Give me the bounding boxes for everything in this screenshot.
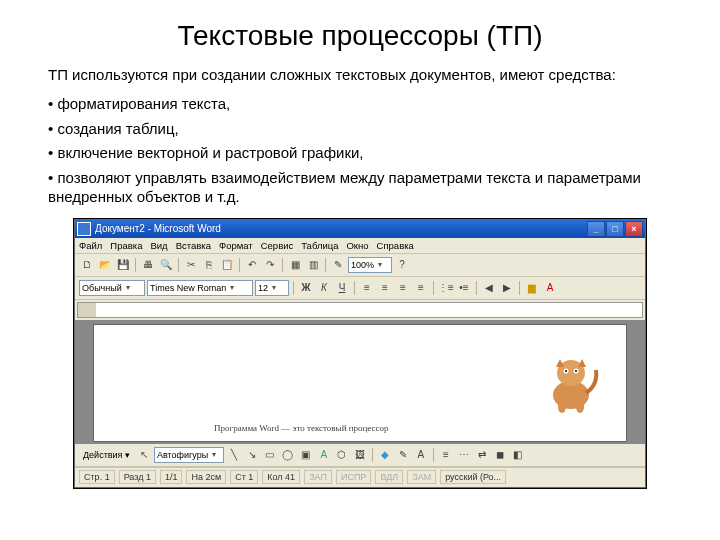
drawing-toolbar: Действия ▾ ↖ Автофигуры ╲ ↘ ▭ ◯ ▣ A ⬡ 🖼 … xyxy=(75,444,645,467)
underline-icon[interactable]: Ч xyxy=(334,280,350,296)
document-text: Программа Word — это текстовый процессор xyxy=(214,423,389,433)
new-icon[interactable]: 🗋 xyxy=(79,257,95,273)
bold-icon[interactable]: Ж xyxy=(298,280,314,296)
status-ln: Ст 1 xyxy=(230,470,258,484)
menu-format[interactable]: Формат xyxy=(219,240,253,251)
status-lang: русский (Ро... xyxy=(440,470,506,484)
window-title: Документ2 - Microsoft Word xyxy=(95,223,587,234)
word-screenshot: Документ2 - Microsoft Word _ □ × Файл Пр… xyxy=(74,219,646,488)
fill-icon[interactable]: ◆ xyxy=(377,447,393,463)
highlight-icon[interactable]: ▆ xyxy=(524,280,540,296)
dash-icon[interactable]: ⋯ xyxy=(456,447,472,463)
status-trk: ИСПР xyxy=(336,470,371,484)
drawing-label[interactable]: Действия ▾ xyxy=(79,450,134,460)
indent-dec-icon[interactable]: ◀ xyxy=(481,280,497,296)
undo-icon[interactable]: ↶ xyxy=(244,257,260,273)
svg-point-7 xyxy=(575,370,577,372)
clipart-icon[interactable]: 🖼 xyxy=(352,447,368,463)
indent-inc-icon[interactable]: ▶ xyxy=(499,280,515,296)
select-icon[interactable]: ↖ xyxy=(136,447,152,463)
status-col: Кол 41 xyxy=(262,470,300,484)
menu-insert[interactable]: Вставка xyxy=(176,240,211,251)
close-button[interactable]: × xyxy=(625,221,643,237)
font-color-icon[interactable]: A xyxy=(542,280,558,296)
bullets-icon[interactable]: •≡ xyxy=(456,280,472,296)
diagram-icon[interactable]: ⬡ xyxy=(334,447,350,463)
window-titlebar: Документ2 - Microsoft Word _ □ × xyxy=(75,220,645,238)
slide-title: Текстовые процессоры (ТП) xyxy=(48,20,672,52)
shadow-icon[interactable]: ◼ xyxy=(492,447,508,463)
wordart-icon[interactable]: A xyxy=(316,447,332,463)
status-page: Стр. 1 xyxy=(79,470,115,484)
maximize-button[interactable]: □ xyxy=(606,221,624,237)
cat-clipart xyxy=(536,345,606,415)
ruler[interactable] xyxy=(77,302,643,318)
svg-point-9 xyxy=(576,401,584,413)
formatting-toolbar: Обычный Times New Roman 12 Ж К Ч ≡ ≡ ≡ ≡… xyxy=(75,277,645,300)
textbox-icon[interactable]: ▣ xyxy=(298,447,314,463)
bullet-item: • включение векторной и растровой график… xyxy=(48,144,672,163)
menu-file[interactable]: Файл xyxy=(79,240,102,251)
bullet-item: • позволяют управлять взаимодействием ме… xyxy=(48,169,672,207)
standard-toolbar: 🗋 📂 💾 🖶 🔍 ✂ ⎘ 📋 ↶ ↷ ▦ ▥ ✎ 100% ? xyxy=(75,254,645,277)
style-combo[interactable]: Обычный xyxy=(79,280,145,296)
font-color2-icon[interactable]: A xyxy=(413,447,429,463)
arrow-style-icon[interactable]: ⇄ xyxy=(474,447,490,463)
status-pages: 1/1 xyxy=(160,470,183,484)
columns-icon[interactable]: ▥ xyxy=(305,257,321,273)
menu-edit[interactable]: Правка xyxy=(110,240,142,251)
italic-icon[interactable]: К xyxy=(316,280,332,296)
status-ovr: ЗАМ xyxy=(407,470,436,484)
minimize-button[interactable]: _ xyxy=(587,221,605,237)
drawing-icon[interactable]: ✎ xyxy=(330,257,346,273)
svg-point-6 xyxy=(565,370,567,372)
autoshapes-combo[interactable]: Автофигуры xyxy=(154,447,224,463)
status-rec: ЗАП xyxy=(304,470,332,484)
menu-window[interactable]: Окно xyxy=(346,240,368,251)
copy-icon[interactable]: ⎘ xyxy=(201,257,217,273)
table-icon[interactable]: ▦ xyxy=(287,257,303,273)
align-left-icon[interactable]: ≡ xyxy=(359,280,375,296)
open-icon[interactable]: 📂 xyxy=(97,257,113,273)
print-icon[interactable]: 🖶 xyxy=(140,257,156,273)
menu-tools[interactable]: Сервис xyxy=(261,240,294,251)
paste-icon[interactable]: 📋 xyxy=(219,257,235,273)
rect-icon[interactable]: ▭ xyxy=(262,447,278,463)
status-sec: Разд 1 xyxy=(119,470,156,484)
menu-help[interactable]: Справка xyxy=(377,240,414,251)
help-icon[interactable]: ? xyxy=(394,257,410,273)
line-icon[interactable]: ╲ xyxy=(226,447,242,463)
svg-point-8 xyxy=(558,401,566,413)
page[interactable]: Программа Word — это текстовый процессор xyxy=(93,324,627,442)
menu-table[interactable]: Таблица xyxy=(301,240,338,251)
cut-icon[interactable]: ✂ xyxy=(183,257,199,273)
bullet-list: • форматирования текста, • создания табл… xyxy=(48,95,672,207)
numbering-icon[interactable]: ⋮≡ xyxy=(438,280,454,296)
size-combo[interactable]: 12 xyxy=(255,280,289,296)
redo-icon[interactable]: ↷ xyxy=(262,257,278,273)
align-center-icon[interactable]: ≡ xyxy=(377,280,393,296)
font-combo[interactable]: Times New Roman xyxy=(147,280,253,296)
menu-bar: Файл Правка Вид Вставка Формат Сервис Та… xyxy=(75,238,645,254)
line-style-icon[interactable]: ≡ xyxy=(438,447,454,463)
menu-view[interactable]: Вид xyxy=(150,240,167,251)
status-ext: ВДЛ xyxy=(375,470,403,484)
save-icon[interactable]: 💾 xyxy=(115,257,131,273)
arrow-icon[interactable]: ↘ xyxy=(244,447,260,463)
bullet-item: • форматирования текста, xyxy=(48,95,672,114)
align-right-icon[interactable]: ≡ xyxy=(395,280,411,296)
zoom-combo[interactable]: 100% xyxy=(348,257,392,273)
bullet-item: • создания таблиц, xyxy=(48,120,672,139)
document-area: Программа Word — это текстовый процессор xyxy=(75,320,645,444)
justify-icon[interactable]: ≡ xyxy=(413,280,429,296)
preview-icon[interactable]: 🔍 xyxy=(158,257,174,273)
intro-text: ТП используются при создании сложных тек… xyxy=(48,66,672,85)
oval-icon[interactable]: ◯ xyxy=(280,447,296,463)
status-at: На 2см xyxy=(186,470,226,484)
status-bar: Стр. 1 Разд 1 1/1 На 2см Ст 1 Кол 41 ЗАП… xyxy=(75,467,645,487)
word-icon xyxy=(77,222,91,236)
line-color-icon[interactable]: ✎ xyxy=(395,447,411,463)
3d-icon[interactable]: ◧ xyxy=(510,447,526,463)
